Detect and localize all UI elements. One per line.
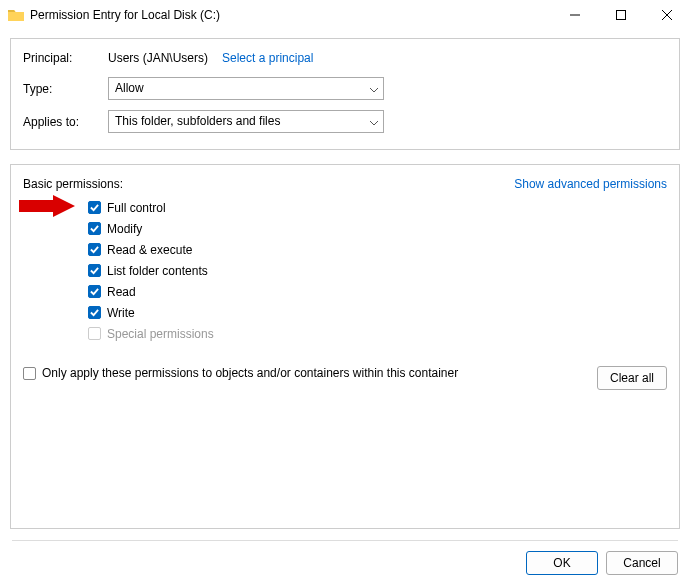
svg-rect-1: [617, 11, 626, 20]
permission-label: Read: [107, 285, 136, 299]
window-title: Permission Entry for Local Disk (C:): [30, 8, 552, 22]
permission-item: Modify: [88, 218, 667, 239]
applies-to-select-value: This folder, subfolders and files: [108, 110, 384, 133]
show-advanced-permissions-link[interactable]: Show advanced permissions: [514, 177, 667, 191]
maximize-button[interactable]: [598, 0, 644, 30]
permission-label: Special permissions: [107, 327, 214, 341]
only-apply-label: Only apply these permissions to objects …: [42, 366, 458, 380]
permission-checkbox[interactable]: [88, 285, 101, 298]
permission-label: Write: [107, 306, 135, 320]
permission-checkbox[interactable]: [88, 222, 101, 235]
permissions-list: Full controlModifyRead & executeList fol…: [88, 197, 667, 344]
permission-item: Full control: [88, 197, 667, 218]
red-arrow-annotation: [19, 195, 75, 217]
permission-checkbox[interactable]: [88, 264, 101, 277]
permission-item: Read & execute: [88, 239, 667, 260]
principal-label: Principal:: [23, 51, 108, 65]
permission-item: Special permissions: [88, 323, 667, 344]
permission-label: List folder contents: [107, 264, 208, 278]
window-controls: [552, 0, 690, 30]
permission-label: Read & execute: [107, 243, 192, 257]
permission-checkbox: [88, 327, 101, 340]
cancel-button[interactable]: Cancel: [606, 551, 678, 575]
permission-item: Write: [88, 302, 667, 323]
dialog-footer: OK Cancel: [12, 540, 678, 575]
type-select-value: Allow: [108, 77, 384, 100]
clear-all-button[interactable]: Clear all: [597, 366, 667, 390]
folder-icon: [8, 8, 24, 22]
only-apply-checkbox[interactable]: [23, 367, 36, 380]
type-label: Type:: [23, 82, 108, 96]
type-select[interactable]: Allow: [108, 77, 384, 100]
principal-value: Users (JAN\Users): [108, 51, 208, 65]
permission-checkbox[interactable]: [88, 201, 101, 214]
permission-item: Read: [88, 281, 667, 302]
permissions-panel: Basic permissions: Show advanced permiss…: [10, 164, 680, 529]
permission-label: Modify: [107, 222, 142, 236]
svg-marker-4: [19, 195, 75, 217]
permission-item: List folder contents: [88, 260, 667, 281]
applies-to-label: Applies to:: [23, 115, 108, 129]
ok-button[interactable]: OK: [526, 551, 598, 575]
permission-checkbox[interactable]: [88, 306, 101, 319]
applies-to-select[interactable]: This folder, subfolders and files: [108, 110, 384, 133]
title-bar: Permission Entry for Local Disk (C:): [0, 0, 690, 30]
select-principal-link[interactable]: Select a principal: [222, 51, 313, 65]
basic-permissions-label: Basic permissions:: [23, 177, 123, 191]
close-button[interactable]: [644, 0, 690, 30]
permission-checkbox[interactable]: [88, 243, 101, 256]
minimize-button[interactable]: [552, 0, 598, 30]
permission-label: Full control: [107, 201, 166, 215]
principal-panel: Principal: Users (JAN\Users) Select a pr…: [10, 38, 680, 150]
